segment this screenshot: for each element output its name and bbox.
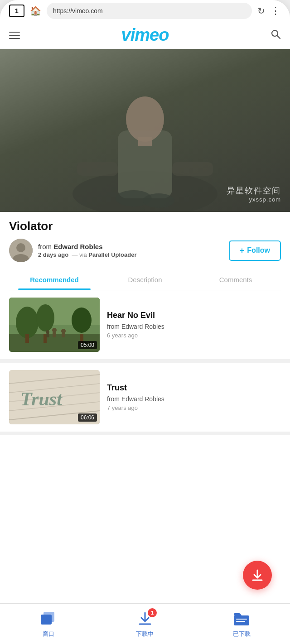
svg-point-11 (16, 243, 25, 252)
window-icon (40, 611, 57, 626)
hamburger-menu-button[interactable] (9, 32, 20, 39)
tab-count-indicator[interactable]: 1 (9, 5, 24, 17)
vimeo-header: vimeo (0, 22, 290, 49)
browser-bar: 1 🏠 https://vimeo.com ↻ ⋮ (0, 0, 290, 22)
vimeo-logo: vimeo (121, 25, 169, 45)
video-thumb-0: 05:00 (9, 298, 100, 352)
card-time-1: 7 years ago (107, 404, 281, 411)
download-fab-icon (251, 568, 264, 582)
hamburger-line (9, 32, 20, 33)
video-title: Violator (9, 219, 281, 233)
svg-point-26 (46, 330, 49, 334)
svg-text:Trust: Trust (20, 389, 63, 409)
video-thumb-1: Trust 06:06 (9, 370, 100, 424)
card-from-1: from Edward Robles (107, 395, 281, 403)
video-card-1[interactable]: Trust 06:06 Trust from Edward Robles 7 y… (0, 363, 290, 435)
uploader-name-text: from Edward Robles (38, 243, 137, 250)
tab-comments-label: Comments (219, 276, 252, 284)
svg-point-4 (126, 96, 164, 142)
nav-item-downloading[interactable]: 1 下载中 (135, 610, 155, 638)
search-button[interactable] (270, 29, 281, 42)
watermark-en-text: yxssp.com (227, 196, 281, 203)
follow-plus-icon: + (240, 246, 245, 255)
follow-label: Follow (247, 246, 270, 255)
video-meta-row: from Edward Robles 2 days ago — via Para… (9, 239, 281, 262)
recommended-list: 05:00 Hear No Evil from Edward Robles 6 … (0, 290, 290, 435)
svg-point-22 (52, 328, 57, 332)
video-card-info-1: Trust from Edward Robles 7 years ago (107, 383, 281, 411)
hamburger-line (9, 38, 20, 39)
tab-comments[interactable]: Comments (190, 269, 281, 290)
svg-point-9 (143, 193, 174, 208)
nav-label-windows: 窗口 (43, 630, 54, 638)
svg-rect-37 (41, 615, 52, 625)
svg-point-20 (72, 308, 92, 333)
card-time-0: 6 years ago (107, 332, 281, 339)
video-card-0[interactable]: 05:00 Hear No Evil from Edward Robles 6 … (0, 290, 290, 363)
upload-time-text: 2 days ago — via Parallel Uploader (38, 251, 137, 258)
nav-icon-download-wrap: 1 (135, 610, 155, 627)
svg-line-1 (277, 35, 280, 38)
bottom-navigation: 窗口 1 下载中 (0, 603, 290, 644)
hero-watermark: 异星软件空间 yxssp.com (227, 185, 281, 203)
tabs-bar: Recommended Description Comments (9, 269, 281, 290)
svg-rect-7 (172, 162, 213, 176)
hero-video-player[interactable]: 异星软件空间 yxssp.com (0, 49, 290, 212)
svg-rect-27 (46, 333, 49, 337)
nav-item-downloaded[interactable]: 已下载 (232, 610, 251, 638)
hamburger-line (9, 35, 20, 36)
nav-icon-window-wrap (39, 610, 58, 627)
tab-recommended[interactable]: Recommended (9, 269, 100, 290)
svg-rect-17 (25, 334, 29, 343)
more-button[interactable]: ⋮ (271, 5, 281, 17)
svg-rect-23 (53, 332, 56, 337)
hero-figure-svg (63, 58, 227, 212)
thumb-duration-1: 06:06 (78, 413, 97, 422)
nav-item-windows[interactable]: 窗口 (39, 610, 58, 638)
svg-rect-6 (77, 162, 118, 176)
tab-description[interactable]: Description (100, 269, 190, 290)
bottom-spacer (0, 435, 290, 481)
thumb-duration-0: 05:00 (78, 341, 97, 349)
url-text: https://vimeo.com (53, 7, 103, 14)
avatar-inner (9, 239, 33, 262)
card-from-0: from Edward Robles (107, 323, 281, 330)
svg-point-16 (16, 307, 39, 338)
card-title-1: Trust (107, 383, 281, 393)
video-meta-left: from Edward Robles 2 days ago — via Para… (9, 239, 137, 262)
upload-time-value: 2 days ago (38, 251, 68, 258)
uploader-info: from Edward Robles 2 days ago — via Para… (38, 243, 137, 258)
video-info-section: Violator (0, 212, 290, 290)
url-bar[interactable]: https://vimeo.com (47, 3, 252, 19)
tab-count-label: 1 (15, 7, 19, 14)
video-card-info-0: Hear No Evil from Edward Robles 6 years … (107, 311, 281, 339)
nav-label-downloading: 下载中 (136, 630, 154, 638)
tab-recommended-label: Recommended (30, 276, 79, 284)
folder-icon (233, 611, 250, 626)
svg-point-24 (61, 329, 66, 333)
svg-rect-25 (62, 333, 65, 337)
uploader-name-bold: Edward Robles (53, 243, 102, 250)
card-title-0: Hear No Evil (107, 311, 281, 320)
follow-button[interactable]: + Follow (229, 240, 281, 261)
main-scroll-area: 异星软件空间 yxssp.com Violator (0, 49, 290, 644)
watermark-cn-text: 异星软件空间 (227, 185, 281, 196)
nav-label-downloaded: 已下载 (233, 630, 251, 638)
uploader-avatar[interactable] (9, 239, 33, 262)
fab-download-button[interactable] (243, 561, 272, 590)
svg-rect-19 (44, 334, 47, 343)
svg-point-18 (36, 304, 54, 332)
upload-via-value: Parallel Uploader (88, 251, 136, 258)
home-button[interactable]: 🏠 (30, 5, 41, 16)
tab-description-label: Description (128, 276, 162, 284)
svg-rect-5 (138, 137, 152, 146)
download-badge: 1 (148, 608, 157, 617)
nav-icon-folder-wrap (232, 610, 251, 627)
reload-button[interactable]: ↻ (257, 5, 265, 16)
svg-rect-39 (234, 615, 249, 625)
